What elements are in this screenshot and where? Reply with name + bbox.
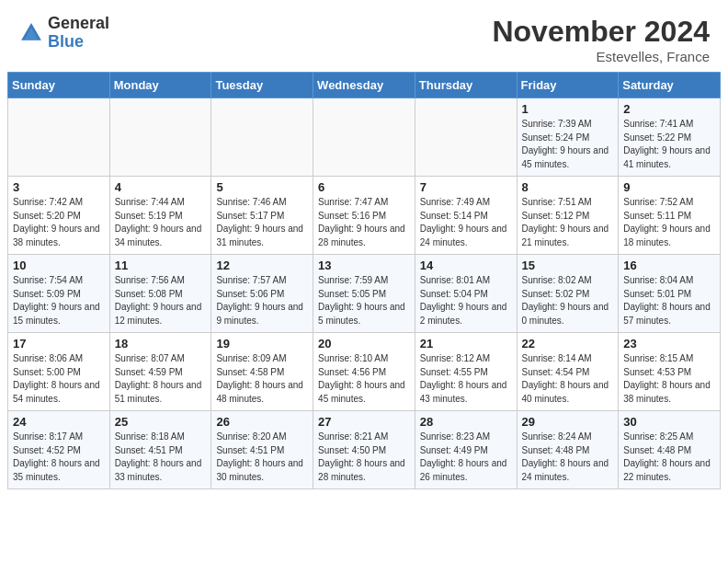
day-number: 17 [13, 337, 105, 350]
calendar-week-row: 10Sunrise: 7:54 AMSunset: 5:09 PMDayligh… [8, 255, 721, 333]
day-number: 20 [318, 337, 410, 350]
page-header: General Blue November 2024 Estevelles, F… [0, 0, 728, 72]
calendar-day-cell: 7Sunrise: 7:49 AMSunset: 5:14 PMDaylight… [415, 177, 517, 255]
day-info: Sunrise: 8:24 AMSunset: 4:48 PMDaylight:… [522, 431, 614, 484]
calendar-week-row: 3Sunrise: 7:42 AMSunset: 5:20 PMDaylight… [8, 177, 721, 255]
day-info: Sunrise: 8:20 AMSunset: 4:51 PMDaylight:… [216, 431, 308, 484]
day-info: Sunrise: 7:47 AMSunset: 5:16 PMDaylight:… [318, 196, 410, 249]
logo-general-text: General [48, 15, 109, 33]
day-info: Sunrise: 8:02 AMSunset: 5:02 PMDaylight:… [522, 274, 614, 327]
day-number: 8 [522, 180, 614, 194]
calendar-day-cell: 28Sunrise: 8:23 AMSunset: 4:49 PMDayligh… [415, 411, 517, 489]
day-number: 2 [623, 102, 715, 116]
day-number: 13 [318, 259, 410, 272]
day-info: Sunrise: 8:21 AMSunset: 4:50 PMDaylight:… [318, 431, 410, 484]
calendar-day-cell: 10Sunrise: 7:54 AMSunset: 5:09 PMDayligh… [8, 255, 110, 333]
day-info: Sunrise: 8:09 AMSunset: 4:58 PMDaylight:… [216, 352, 308, 406]
calendar-day-cell: 8Sunrise: 7:51 AMSunset: 5:12 PMDaylight… [517, 177, 619, 255]
calendar-day-cell [313, 98, 415, 177]
day-number: 12 [216, 259, 308, 272]
calendar-day-cell: 9Sunrise: 7:52 AMSunset: 5:11 PMDaylight… [619, 177, 721, 255]
calendar-day-cell [415, 98, 517, 177]
day-info: Sunrise: 7:44 AMSunset: 5:19 PMDaylight:… [115, 196, 207, 249]
day-info: Sunrise: 8:15 AMSunset: 4:53 PMDaylight:… [623, 352, 715, 406]
col-tuesday: Tuesday [211, 73, 313, 98]
logo-icon [18, 20, 44, 46]
day-info: Sunrise: 7:49 AMSunset: 5:14 PMDaylight:… [420, 196, 512, 249]
day-info: Sunrise: 7:57 AMSunset: 5:06 PMDaylight:… [216, 274, 308, 327]
day-number: 10 [13, 259, 105, 272]
day-info: Sunrise: 8:07 AMSunset: 4:59 PMDaylight:… [115, 352, 207, 406]
day-number: 26 [216, 415, 308, 429]
month-year-title: November 2024 [492, 15, 710, 49]
day-number: 6 [318, 180, 410, 194]
day-number: 21 [420, 337, 512, 350]
col-wednesday: Wednesday [313, 73, 415, 98]
calendar-day-cell: 29Sunrise: 8:24 AMSunset: 4:48 PMDayligh… [517, 411, 619, 489]
calendar-day-cell: 19Sunrise: 8:09 AMSunset: 4:58 PMDayligh… [211, 333, 313, 411]
title-section: November 2024 Estevelles, France [492, 15, 710, 64]
day-number: 19 [216, 337, 308, 350]
day-number: 18 [115, 337, 207, 350]
col-thursday: Thursday [415, 73, 517, 98]
logo: General Blue [18, 15, 109, 52]
col-friday: Friday [517, 73, 619, 98]
calendar-day-cell: 18Sunrise: 8:07 AMSunset: 4:59 PMDayligh… [109, 333, 211, 411]
calendar-day-cell: 6Sunrise: 7:47 AMSunset: 5:16 PMDaylight… [313, 177, 415, 255]
day-info: Sunrise: 7:46 AMSunset: 5:17 PMDaylight:… [216, 196, 308, 249]
calendar-day-cell: 22Sunrise: 8:14 AMSunset: 4:54 PMDayligh… [517, 333, 619, 411]
calendar-day-cell: 2Sunrise: 7:41 AMSunset: 5:22 PMDaylight… [619, 98, 721, 177]
day-number: 23 [623, 337, 715, 350]
calendar-day-cell: 27Sunrise: 8:21 AMSunset: 4:50 PMDayligh… [313, 411, 415, 489]
day-number: 7 [420, 180, 512, 194]
day-info: Sunrise: 8:23 AMSunset: 4:49 PMDaylight:… [420, 431, 512, 484]
day-info: Sunrise: 7:52 AMSunset: 5:11 PMDaylight:… [623, 196, 715, 249]
day-number: 29 [522, 415, 614, 429]
calendar-day-cell: 13Sunrise: 7:59 AMSunset: 5:05 PMDayligh… [313, 255, 415, 333]
calendar-container: Sunday Monday Tuesday Wednesday Thursday… [0, 72, 728, 497]
day-info: Sunrise: 8:17 AMSunset: 4:52 PMDaylight:… [13, 431, 105, 484]
day-info: Sunrise: 7:41 AMSunset: 5:22 PMDaylight:… [623, 118, 715, 171]
day-info: Sunrise: 8:04 AMSunset: 5:01 PMDaylight:… [623, 274, 715, 327]
calendar-day-cell: 30Sunrise: 8:25 AMSunset: 4:48 PMDayligh… [619, 411, 721, 489]
calendar-day-cell: 23Sunrise: 8:15 AMSunset: 4:53 PMDayligh… [619, 333, 721, 411]
col-monday: Monday [109, 73, 211, 98]
calendar-day-cell: 20Sunrise: 8:10 AMSunset: 4:56 PMDayligh… [313, 333, 415, 411]
day-number: 28 [420, 415, 512, 429]
calendar-week-row: 1Sunrise: 7:39 AMSunset: 5:24 PMDaylight… [8, 98, 721, 177]
day-info: Sunrise: 8:14 AMSunset: 4:54 PMDaylight:… [522, 352, 614, 406]
calendar-day-cell: 24Sunrise: 8:17 AMSunset: 4:52 PMDayligh… [8, 411, 110, 489]
calendar-week-row: 24Sunrise: 8:17 AMSunset: 4:52 PMDayligh… [8, 411, 721, 489]
day-number: 3 [13, 180, 105, 194]
calendar-day-cell: 15Sunrise: 8:02 AMSunset: 5:02 PMDayligh… [517, 255, 619, 333]
calendar-day-cell: 3Sunrise: 7:42 AMSunset: 5:20 PMDaylight… [8, 177, 110, 255]
calendar-day-cell [8, 98, 110, 177]
calendar-day-cell: 14Sunrise: 8:01 AMSunset: 5:04 PMDayligh… [415, 255, 517, 333]
day-number: 15 [522, 259, 614, 272]
calendar-day-cell: 4Sunrise: 7:44 AMSunset: 5:19 PMDaylight… [109, 177, 211, 255]
day-info: Sunrise: 8:06 AMSunset: 5:00 PMDaylight:… [13, 352, 105, 406]
calendar-day-cell: 25Sunrise: 8:18 AMSunset: 4:51 PMDayligh… [109, 411, 211, 489]
calendar-day-cell: 17Sunrise: 8:06 AMSunset: 5:00 PMDayligh… [8, 333, 110, 411]
day-number: 4 [115, 180, 207, 194]
day-info: Sunrise: 7:51 AMSunset: 5:12 PMDaylight:… [522, 196, 614, 249]
day-info: Sunrise: 8:18 AMSunset: 4:51 PMDaylight:… [115, 431, 207, 484]
calendar-header: Sunday Monday Tuesday Wednesday Thursday… [8, 73, 721, 98]
day-info: Sunrise: 8:12 AMSunset: 4:55 PMDaylight:… [420, 352, 512, 406]
col-sunday: Sunday [8, 73, 110, 98]
calendar-day-cell: 21Sunrise: 8:12 AMSunset: 4:55 PMDayligh… [415, 333, 517, 411]
day-info: Sunrise: 8:01 AMSunset: 5:04 PMDaylight:… [420, 274, 512, 327]
calendar-day-cell: 11Sunrise: 7:56 AMSunset: 5:08 PMDayligh… [109, 255, 211, 333]
day-number: 22 [522, 337, 614, 350]
day-number: 30 [623, 415, 715, 429]
day-number: 5 [216, 180, 308, 194]
location-subtitle: Estevelles, France [492, 49, 710, 64]
day-number: 9 [623, 180, 715, 194]
day-info: Sunrise: 8:10 AMSunset: 4:56 PMDaylight:… [318, 352, 410, 406]
calendar-day-cell: 5Sunrise: 7:46 AMSunset: 5:17 PMDaylight… [211, 177, 313, 255]
calendar-day-cell [211, 98, 313, 177]
day-number: 27 [318, 415, 410, 429]
header-row: Sunday Monday Tuesday Wednesday Thursday… [8, 73, 721, 98]
day-number: 1 [522, 102, 614, 116]
calendar-table: Sunday Monday Tuesday Wednesday Thursday… [7, 72, 721, 489]
